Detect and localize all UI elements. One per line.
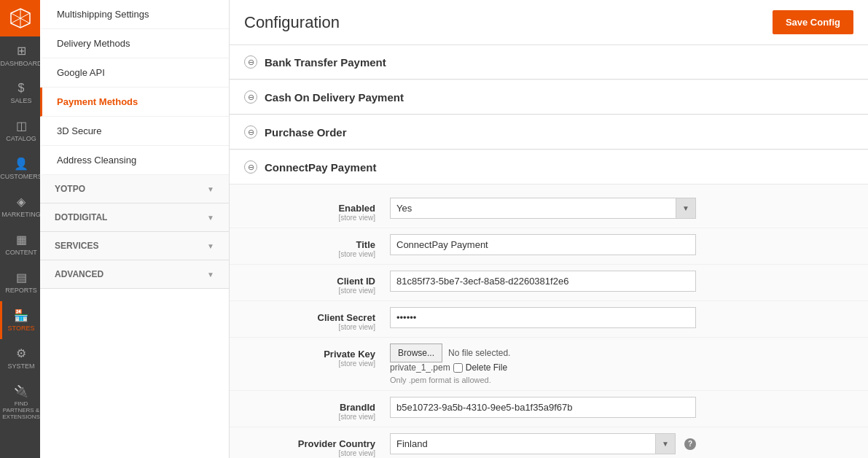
- chevron-down-icon: ▼: [207, 271, 214, 279]
- config-menu: Multishipping Settings Delivery Methods …: [40, 0, 230, 458]
- provider-country-select-wrap: Finland Estonia Latvia Lithuania ▼: [390, 433, 676, 454]
- menu-group-services[interactable]: SERVICES ▼: [40, 232, 229, 260]
- title-control: [390, 234, 696, 255]
- sidebar-item-reports[interactable]: ▤ REPORTS: [0, 263, 40, 301]
- menu-item-multishipping[interactable]: Multishipping Settings: [40, 0, 229, 29]
- form-row-provider-country: Provider Country [store view] Finland Es…: [230, 427, 868, 458]
- menu-group-dotdigital[interactable]: DOTDIGITAL ▼: [40, 203, 229, 232]
- accordion-connectpay-header[interactable]: ⊖ ConnectPay Payment: [230, 150, 868, 184]
- accordion-cash-on-delivery: ⊖ Cash On Delivery Payment: [230, 80, 868, 114]
- connectpay-form-body: Enabled [store view] Yes No ▼: [230, 184, 868, 458]
- menu-item-3d-secure[interactable]: 3D Secure: [40, 117, 229, 146]
- sidebar-item-content[interactable]: ▦ CONTENT: [0, 225, 40, 263]
- stores-icon: 🏪: [14, 308, 28, 322]
- save-config-button[interactable]: Save Config: [773, 10, 853, 34]
- sidebar-item-label: MARKETING: [1, 211, 41, 218]
- sales-icon: $: [18, 82, 25, 95]
- provider-country-control: Finland Estonia Latvia Lithuania ▼ ?: [390, 433, 696, 454]
- accordion-cod-header[interactable]: ⊖ Cash On Delivery Payment: [230, 80, 868, 114]
- menu-group-advanced[interactable]: ADVANCED ▼: [40, 260, 229, 289]
- brand-id-input[interactable]: [390, 397, 696, 418]
- sidebar-item-label: STORES: [8, 325, 35, 332]
- client-id-label: Client ID [store view]: [244, 271, 390, 295]
- chevron-down-icon: ▼: [207, 242, 214, 250]
- page-title: Configuration: [244, 13, 340, 32]
- client-secret-input[interactable]: [390, 307, 696, 328]
- menu-item-google-api[interactable]: Google API: [40, 58, 229, 88]
- menu-item-payment-methods[interactable]: Payment Methods: [40, 88, 229, 117]
- dashboard-icon: ⊞: [17, 44, 26, 58]
- accordion-bank-transfer: ⊖ Bank Transfer Payment: [230, 45, 868, 79]
- menu-item-address-cleansing[interactable]: Address Cleansing: [40, 146, 229, 175]
- collapse-icon: ⊖: [244, 90, 257, 104]
- accordion-cod-title: Cash On Delivery Payment: [265, 91, 404, 104]
- accordion-po-header[interactable]: ⊖ Purchase Order: [230, 115, 868, 149]
- sidebar-item-catalog[interactable]: ◫ CATALOG: [0, 112, 40, 150]
- menu-item-delivery[interactable]: Delivery Methods: [40, 29, 229, 58]
- sidebar-item-label: CONTENT: [5, 249, 37, 256]
- chevron-down-icon: ▼: [207, 214, 214, 222]
- title-input[interactable]: [390, 234, 696, 255]
- sidebar-item-dashboard[interactable]: ⊞ DASHBOARD: [0, 36, 40, 74]
- catalog-icon: ◫: [16, 119, 27, 133]
- file-no-selected: No file selected.: [448, 348, 510, 358]
- sidebar-item-extensions[interactable]: 🔌 FIND PARTNERS & EXTENSIONS: [0, 377, 40, 427]
- client-secret-label: Client Secret [store view]: [244, 307, 390, 331]
- sidebar-item-stores[interactable]: 🏪 STORES: [0, 301, 40, 339]
- enabled-label: Enabled [store view]: [244, 198, 390, 222]
- content-area: ⊖ Bank Transfer Payment ⊖ Cash On Delive…: [230, 45, 868, 458]
- collapse-icon: ⊖: [244, 55, 257, 69]
- delete-file-checkbox[interactable]: [453, 363, 463, 373]
- sidebar-item-label: REPORTS: [5, 287, 36, 294]
- title-label: Title [store view]: [244, 234, 390, 258]
- enabled-select[interactable]: Yes No: [390, 198, 696, 219]
- accordion-bank-transfer-title: Bank Transfer Payment: [265, 56, 386, 69]
- client-id-control: [390, 271, 696, 292]
- sidebar-item-marketing[interactable]: ◈ MARKETING: [0, 187, 40, 225]
- form-row-title: Title [store view]: [230, 228, 868, 265]
- private-key-label: Private Key [store view]: [244, 344, 390, 368]
- logo[interactable]: [0, 0, 40, 36]
- menu-group-yotpo[interactable]: YOTPO ▼: [40, 175, 229, 203]
- form-row-brand-id: BrandId [store view]: [230, 391, 868, 427]
- sidebar-item-label: DASHBOARD: [1, 60, 42, 67]
- accordion-bank-transfer-header[interactable]: ⊖ Bank Transfer Payment: [230, 45, 868, 79]
- sidebar-item-label: CATALOG: [6, 135, 36, 142]
- sidebar-item-label: SYSTEM: [7, 362, 34, 370]
- main-header: Configuration Save Config: [230, 0, 868, 45]
- enabled-control: Yes No ▼: [390, 198, 696, 219]
- client-id-input[interactable]: [390, 271, 696, 292]
- brand-id-control: [390, 397, 696, 418]
- sidebar-item-sales[interactable]: $ SALES: [0, 74, 40, 112]
- collapse-icon: ⊖: [244, 160, 257, 174]
- file-hint: Only .pem format is allowed.: [390, 376, 696, 384]
- client-secret-control: [390, 307, 696, 328]
- provider-country-label: Provider Country [store view]: [244, 433, 390, 457]
- accordion-connectpay: ⊖ ConnectPay Payment Enabled [store view…: [230, 150, 868, 458]
- extensions-icon: 🔌: [14, 384, 28, 398]
- sidebar-item-system[interactable]: ⚙ SYSTEM: [0, 339, 40, 377]
- provider-country-select[interactable]: Finland Estonia Latvia Lithuania: [390, 433, 676, 454]
- enabled-select-wrap: Yes No ▼: [390, 198, 696, 219]
- form-row-client-id: Client ID [store view]: [230, 265, 868, 301]
- accordion-po-title: Purchase Order: [265, 126, 347, 139]
- collapse-icon: ⊖: [244, 125, 257, 139]
- sidebar-item-label: CUSTOMERS: [0, 173, 42, 180]
- existing-file-name: private_1_.pem: [390, 362, 450, 373]
- system-icon: ⚙: [16, 346, 26, 360]
- sidebar-item-label: SALES: [10, 97, 31, 104]
- help-icon[interactable]: ?: [684, 438, 696, 450]
- private-key-control: Browse... No file selected. private_1_.p…: [390, 344, 696, 384]
- delete-file-label: Delete File: [466, 362, 507, 373]
- file-info: private_1_.pem Delete File: [390, 362, 696, 373]
- chevron-down-icon: ▼: [207, 185, 214, 193]
- form-row-enabled: Enabled [store view] Yes No ▼: [230, 192, 868, 228]
- file-row: Browse... No file selected.: [390, 344, 696, 362]
- marketing-icon: ◈: [17, 195, 26, 209]
- browse-button[interactable]: Browse...: [390, 344, 442, 362]
- accordion-connectpay-title: ConnectPay Payment: [265, 161, 376, 174]
- sidebar-item-customers[interactable]: 👤 CUSTOMERS: [0, 150, 40, 187]
- sidebar-icons: ⊞ DASHBOARD $ SALES ◫ CATALOG 👤 CUSTOMER…: [0, 0, 40, 458]
- customers-icon: 👤: [14, 157, 28, 171]
- reports-icon: ▤: [16, 271, 27, 284]
